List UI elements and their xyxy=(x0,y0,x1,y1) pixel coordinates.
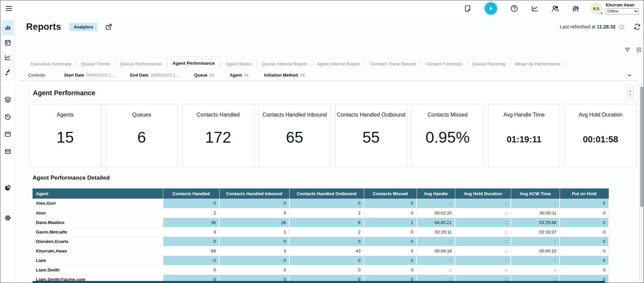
table-row-alex-gurr[interactable]: Alex.Gurr0000::::::0 xyxy=(33,199,609,208)
bar-chart-icon[interactable] xyxy=(2,20,14,35)
value-cell: :: xyxy=(417,256,455,265)
tab-queue-planning[interactable]: Queue Planning xyxy=(468,59,509,69)
gear-icon[interactable] xyxy=(4,214,12,222)
table-row-liam-smith[interactable]: Liam.Smith0000::::::0 xyxy=(33,265,609,275)
detail-table-wrap: AgentContacts HandledContacts Handled In… xyxy=(33,188,609,283)
table-header-row: AgentContacts HandledContacts Handled In… xyxy=(33,188,609,199)
tab-agent-status[interactable]: Agent Status xyxy=(222,59,256,69)
filter-queue[interactable]: QueueAll xyxy=(194,73,214,78)
tab-queue-interval-report[interactable]: Queue Interval Report xyxy=(258,59,311,69)
value-cell: 1 xyxy=(219,227,289,237)
filter-end-date[interactable]: End Date29/05/2023 1... xyxy=(130,73,179,78)
agent-name-cell: Alon xyxy=(33,208,163,218)
column-header-avg-handle[interactable]: Avg Handle xyxy=(417,188,455,199)
kpi-card-avg-handle-time: Avg Handle Time01:19:11 xyxy=(488,104,560,167)
tab-queue-trends[interactable]: Queue Trends xyxy=(77,59,115,69)
brush-icon[interactable] xyxy=(2,65,14,80)
scroll-stepper[interactable]: ▲▼ xyxy=(627,87,633,98)
table-row-khurram-awan[interactable]: Khurram.Awan89343000:04:18::00:00:100 xyxy=(33,246,609,256)
kpi-label: Contacts Handled xyxy=(196,112,240,118)
table-row-alon[interactable]: Alon202000:02:20::00:00:110 xyxy=(33,208,609,218)
value-cell: 43 xyxy=(289,246,364,256)
tab-divider xyxy=(221,61,221,66)
value-cell: 0 xyxy=(219,208,289,218)
status-dot xyxy=(600,12,603,15)
kpi-value: 6 xyxy=(137,128,146,146)
window-icon[interactable] xyxy=(4,130,12,138)
column-header-avg-hold-duration[interactable]: Avg Hold Duration xyxy=(455,188,511,199)
column-header-contacts-missed[interactable]: Contacts Missed xyxy=(364,188,417,199)
value-cell: 0 xyxy=(560,227,609,237)
horizontal-scrollbar[interactable] xyxy=(33,281,605,283)
mail-icon[interactable] xyxy=(4,148,12,155)
filter-start-date[interactable]: Start Date09/04/2023 1... xyxy=(64,73,114,78)
value-cell: 0 xyxy=(560,237,609,246)
kpi-label: Avg Handle Time xyxy=(503,112,545,118)
history-icon[interactable] xyxy=(4,113,12,121)
column-header-put-on-hold[interactable]: Put on Hold xyxy=(560,188,609,199)
tab-divider xyxy=(365,61,365,66)
tab-executive-summary[interactable]: Executive Summary xyxy=(27,59,76,69)
table-row-gavin-metcalfe[interactable]: Gavin.Metcalfe312002:20:11::02:19:370 xyxy=(33,227,609,237)
sidebar-analytics-group xyxy=(2,20,14,80)
value-cell: :: xyxy=(455,199,511,208)
calendar-icon[interactable] xyxy=(2,35,14,50)
report-tabs: Executive SummaryQueue TrendsQueue Perfo… xyxy=(21,57,637,70)
scrollbar-thumb[interactable] xyxy=(640,87,643,207)
value-cell: :: xyxy=(511,256,560,265)
value-cell: 6 xyxy=(289,218,364,227)
tab-agent-performance[interactable]: Agent Performance xyxy=(167,57,220,70)
refresh-icon[interactable] xyxy=(633,23,641,31)
tab-agent-interval-report[interactable]: Agent Interval Report xyxy=(313,59,364,69)
value-cell: 0 xyxy=(364,199,417,208)
analytics-badge: Analytics xyxy=(69,23,98,31)
external-link-icon[interactable] xyxy=(105,23,112,31)
column-header-contacts-handled-inbound[interactable]: Contacts Handled Inbound xyxy=(219,188,289,199)
column-header-contacts-handled[interactable]: Contacts Handled xyxy=(163,188,219,199)
kpi-label: Avg Hold Duration xyxy=(579,112,623,118)
value-cell: 0 xyxy=(219,265,289,275)
agent-name-cell: Glendon.Evarts xyxy=(33,237,163,246)
note-icon[interactable] xyxy=(464,5,472,13)
chevron-down-icon[interactable] xyxy=(626,72,632,78)
avatar[interactable]: KA xyxy=(590,2,603,15)
kpi-label: Contacts Handled Outbound xyxy=(337,112,405,118)
filter-initiation-method[interactable]: Initiation MethodAll xyxy=(264,73,305,78)
column-header-agent[interactable]: Agent xyxy=(33,188,163,199)
value-cell: 0 xyxy=(289,199,364,208)
line-chart-icon[interactable] xyxy=(2,50,14,65)
vertical-scrollbar[interactable] xyxy=(639,83,644,283)
layers-icon[interactable] xyxy=(4,96,12,103)
kpi-card-contacts-handled-outbound: Contacts Handled Outbound55 xyxy=(335,104,407,167)
value-cell: :: xyxy=(511,199,560,208)
metrics-icon[interactable] xyxy=(531,5,539,13)
filter-icon[interactable] xyxy=(624,47,630,53)
preferences-icon[interactable] xyxy=(572,5,580,13)
column-header-contacts-handled-outbound[interactable]: Contacts Handled Outbound xyxy=(289,188,364,199)
pie-chart-icon[interactable] xyxy=(4,184,12,191)
value-cell: 00:00:11 xyxy=(511,208,560,218)
filter-agent[interactable]: AgentAll xyxy=(230,73,248,78)
kpi-label: Contacts Handled Inbound xyxy=(263,112,327,118)
table-row-liam[interactable]: Liam0000::::::0 xyxy=(33,256,609,265)
value-cell: 00:00:10 xyxy=(511,246,560,256)
tab-contact-forensics[interactable]: Contact Forensics xyxy=(421,59,466,69)
value-cell: :: xyxy=(455,256,511,265)
info-icon[interactable] xyxy=(619,24,625,30)
users-icon[interactable] xyxy=(551,4,559,13)
insights-bolt-icon[interactable] xyxy=(485,2,497,15)
table-row-dane-maddox[interactable]: Dane.Maddox38266104:45:21::03:29:480 xyxy=(33,218,609,227)
value-cell: 26 xyxy=(219,218,289,227)
download-icon[interactable] xyxy=(636,47,642,53)
value-cell: 2 xyxy=(289,208,364,218)
table-row-glendon-evarts[interactable]: Glendon.Evarts0000::::::0 xyxy=(33,237,609,246)
tab-wrap-up-performance[interactable]: Wrap-Up Performance xyxy=(511,59,565,69)
column-header-avg-acw-time[interactable]: Avg ACW Time xyxy=(511,188,560,199)
help-icon[interactable] xyxy=(510,4,518,13)
last-refreshed-text: Last refreshed at 11:28:32 xyxy=(560,24,616,29)
tab-contract-trace-record[interactable]: Contract Trace Record xyxy=(366,59,420,69)
status-select[interactable]: Offline xyxy=(606,8,639,15)
page-title: Reports xyxy=(26,22,61,32)
tab-queue-performance[interactable]: Queue Performance xyxy=(116,59,166,69)
menu-icon[interactable] xyxy=(5,4,13,13)
